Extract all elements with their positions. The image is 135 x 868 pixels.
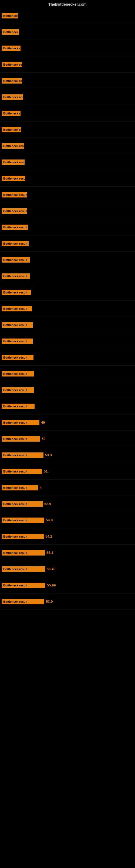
table-row: Bottleneck result [0, 366, 135, 382]
bar-label: Bottleneck re [2, 13, 18, 19]
table-row: Bottleneck result [0, 284, 135, 301]
table-row: Bottleneck res [0, 105, 135, 122]
table-row: Bottleneck result [0, 268, 135, 284]
table-row: Bottleneck result [0, 219, 135, 236]
site-title: TheBottlenecker.com [0, 0, 135, 8]
table-row: Bottleneck result55.49 [0, 561, 135, 577]
table-row: Bottleneck result53.3 [0, 447, 135, 463]
table-row: Bottleneck res [0, 73, 135, 89]
bar-label: Bottleneck result [2, 192, 27, 197]
bar-label: Bottleneck res [2, 78, 22, 84]
bar-label: Bottleneck result [2, 257, 30, 262]
bar-label: Bottleneck result [2, 485, 38, 490]
bar-value: 55.1 [46, 551, 53, 555]
bar-label: Bottleneck re [2, 29, 19, 35]
bar-label: Bottleneck resu [2, 159, 25, 165]
table-row: Bottleneck resu [0, 138, 135, 154]
bar-label: Bottleneck result [2, 550, 45, 556]
table-row: Bottleneck result49 [0, 414, 135, 431]
table-row: Bottleneck re [0, 24, 135, 40]
table-row: Bottleneck res [0, 56, 135, 73]
bar-label: Bottleneck result [2, 518, 44, 523]
table-row: Bottleneck result [0, 333, 135, 349]
table-row: Bottleneck result4 [0, 479, 135, 496]
bar-label: Bottleneck result [2, 404, 35, 409]
bar-label: Bottleneck result [2, 290, 31, 295]
table-row: Bottleneck result51. [0, 463, 135, 479]
table-row: Bottleneck result54.2 [0, 528, 135, 545]
bar-label: Bottleneck result [2, 534, 44, 539]
bar-value: 55.49 [47, 567, 56, 571]
bar-label: Bottleneck res [2, 62, 22, 67]
bar-label: Bottleneck result [2, 306, 32, 311]
table-row: Bottleneck result50 [0, 431, 135, 447]
rows-container: Bottleneck reBottleneck reBottleneck res… [0, 8, 135, 610]
table-row: Bottleneck result [0, 187, 135, 203]
table-row: Bottleneck result [0, 203, 135, 219]
bar-value: 50 [42, 437, 45, 441]
bar-value: 55.99 [47, 583, 56, 587]
table-row: Bottleneck result [0, 349, 135, 366]
bar-label: Bottleneck result [2, 355, 34, 360]
table-row: Bottleneck result54.8 [0, 512, 135, 528]
table-row: Bottleneck result [0, 236, 135, 252]
bar-label: Bottleneck result [2, 453, 43, 458]
table-row: Bottleneck resu [0, 89, 135, 105]
bar-label: Bottleneck resu [2, 143, 24, 149]
bar-label: Bottleneck result [2, 599, 44, 604]
bar-label: Bottleneck result [2, 388, 34, 393]
header: TheBottlenecker.com [0, 0, 135, 8]
bar-label: Bottleneck result [2, 208, 27, 214]
bar-label: Bottleneck result [2, 241, 29, 246]
bar-label: Bottleneck result [2, 322, 33, 328]
table-row: Bottleneck result [0, 317, 135, 333]
table-row: Bottleneck resu [0, 154, 135, 170]
bar-label: Bottleneck result [2, 469, 42, 474]
bar-value: 51. [44, 469, 49, 473]
table-row: Bottleneck res [0, 122, 135, 138]
bar-label: Bottleneck resu [2, 176, 26, 181]
table-row: Bottleneck res [0, 40, 135, 56]
table-row: Bottleneck result53.9 [0, 593, 135, 610]
bar-value: 53.3 [45, 453, 52, 457]
bar-value: 52.9 [44, 502, 51, 506]
bar-label: Bottleneck res [2, 45, 20, 51]
bar-label: Bottleneck result [2, 273, 30, 279]
table-row: Bottleneck resu [0, 170, 135, 187]
bar-label: Bottleneck result [2, 566, 45, 572]
bar-value: 54.8 [46, 518, 53, 522]
bar-label: Bottleneck result [2, 225, 28, 230]
bar-label: Bottleneck res [2, 111, 20, 116]
bar-value: 4 [40, 486, 42, 490]
table-row: Bottleneck re [0, 8, 135, 24]
table-row: Bottleneck result55.99 [0, 577, 135, 593]
table-row: Bottleneck result52.9 [0, 496, 135, 512]
table-row: Bottleneck result [0, 301, 135, 317]
bar-label: Bottleneck resu [2, 94, 23, 100]
bar-label: Bottleneck result [2, 583, 45, 588]
table-row: Bottleneck result55.1 [0, 545, 135, 561]
bar-label: Bottleneck result [2, 501, 43, 507]
bar-label: Bottleneck result [2, 436, 40, 442]
bar-value: 49 [41, 421, 45, 425]
bar-label: Bottleneck res [2, 127, 21, 132]
table-row: Bottleneck result [0, 398, 135, 414]
table-row: Bottleneck result [0, 252, 135, 268]
bar-label: Bottleneck result [2, 371, 34, 376]
bar-label: Bottleneck result [2, 420, 39, 425]
table-row: Bottleneck result [0, 382, 135, 398]
bar-value: 54.2 [45, 534, 52, 538]
bar-label: Bottleneck result [2, 339, 33, 344]
bar-value: 53.9 [46, 599, 53, 603]
